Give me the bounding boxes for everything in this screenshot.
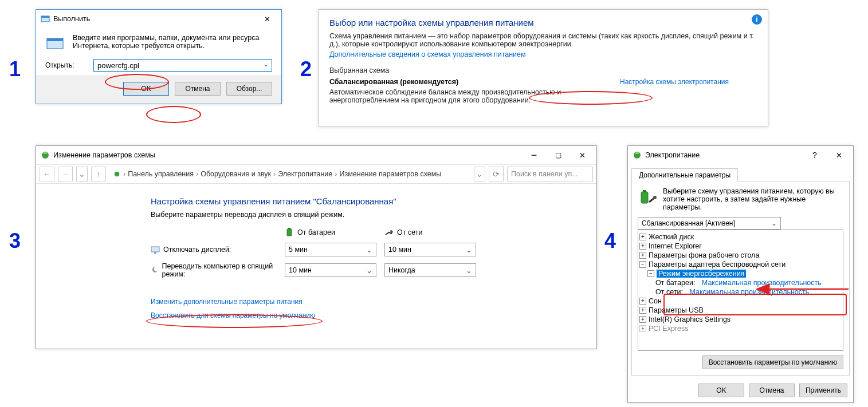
close-icon[interactable] bbox=[572, 149, 592, 161]
edit-sub: Выберите параметры перевода дисплея в сп… bbox=[151, 211, 574, 219]
close-icon[interactable] bbox=[257, 13, 277, 25]
search-input[interactable]: Поиск в панели уп... bbox=[507, 167, 593, 181]
expander-icon[interactable]: + bbox=[639, 325, 646, 332]
step-number-3: 3 bbox=[9, 229, 21, 253]
tree-battery-value[interactable]: Максимальная производительность bbox=[702, 279, 822, 287]
restore-defaults-button[interactable]: Восстановить параметры по умолчанию bbox=[702, 355, 843, 369]
browse-button[interactable]: Обзор... bbox=[226, 82, 272, 96]
display-battery-dropdown[interactable]: 5 мин bbox=[285, 243, 376, 256]
tree-gfx[interactable]: Intel(R) Graphics Settings bbox=[649, 315, 730, 323]
svg-rect-11 bbox=[154, 252, 156, 254]
row-display-label: Отключать дисплей: bbox=[151, 245, 277, 254]
settings-tree[interactable]: +Жесткий диск +Internet Explorer +Параме… bbox=[638, 230, 843, 351]
tree-pci[interactable]: PCI Express bbox=[649, 325, 688, 333]
info-icon: i bbox=[752, 14, 762, 25]
restore-defaults-link[interactable]: Восстановить для схемы параметры по умол… bbox=[151, 311, 315, 319]
tree-ac-label: От сети: bbox=[655, 288, 683, 296]
power-options-panel: i Выбор или настройка схемы управления п… bbox=[319, 9, 768, 127]
history-dropdown[interactable]: ⌄ bbox=[76, 167, 88, 181]
tree-power-mode[interactable]: Режим энергосбережения bbox=[657, 270, 746, 278]
power-plan-icon bbox=[41, 151, 50, 160]
forward-button[interactable]: → bbox=[58, 167, 73, 181]
crumb-edit-plan[interactable]: Изменение параметров схемы bbox=[339, 170, 441, 178]
step-number-2: 2 bbox=[300, 57, 312, 81]
power-description: Схема управления питанием — это набор па… bbox=[319, 32, 768, 50]
plan-settings-link[interactable]: Настройка схемы электропитания bbox=[620, 78, 729, 86]
sleep-ac-dropdown[interactable]: Никогда bbox=[384, 263, 476, 277]
tab-panel: Выберите схему управления питанием, кото… bbox=[631, 181, 850, 376]
tree-wifi[interactable]: Параметры адаптера беспроводной сети bbox=[649, 260, 785, 268]
adv-titlebar: Электропитание bbox=[628, 146, 853, 164]
svg-rect-14 bbox=[641, 192, 648, 203]
back-button[interactable]: ← bbox=[40, 167, 54, 181]
display-ac-dropdown[interactable]: 10 мин bbox=[384, 243, 476, 256]
run-command-input[interactable]: powercfg.cpl bbox=[93, 59, 272, 72]
help-icon[interactable] bbox=[805, 149, 824, 161]
cancel-button[interactable]: Отмена bbox=[749, 384, 795, 397]
advanced-power-dialog: Электропитание Дополнительные параметры … bbox=[627, 145, 854, 403]
breadcrumb-dropdown[interactable]: ⌄ bbox=[474, 167, 485, 181]
plan-select-dropdown[interactable]: Сбалансированная [Активен] bbox=[638, 217, 781, 230]
tree-ie[interactable]: Internet Explorer bbox=[649, 242, 701, 250]
tree-ac-value[interactable]: Максимальная производительность bbox=[689, 288, 809, 296]
tab-advanced[interactable]: Дополнительные параметры bbox=[631, 168, 738, 181]
apply-button[interactable]: Применить bbox=[799, 384, 847, 397]
expander-icon[interactable]: + bbox=[639, 243, 646, 250]
toolbar: ← → ⌄ ↑ Панель управления Оборудование и… bbox=[36, 165, 596, 184]
crumb-hardware[interactable]: Оборудование и звук bbox=[201, 170, 271, 178]
expander-icon[interactable]: + bbox=[639, 234, 646, 240]
tree-hdd[interactable]: Жесткий диск bbox=[649, 233, 694, 241]
tree-usb[interactable]: Параметры USB bbox=[649, 306, 704, 314]
refresh-button[interactable]: ⟳ bbox=[489, 167, 504, 181]
minimize-icon[interactable] bbox=[524, 149, 544, 161]
tree-battery-label: От батареи: bbox=[655, 279, 695, 287]
annotation-ellipse bbox=[146, 106, 201, 123]
expander-icon[interactable]: + bbox=[639, 307, 646, 314]
svg-rect-8 bbox=[288, 228, 290, 229]
col-battery: От батареи bbox=[285, 228, 376, 237]
power-icon bbox=[633, 151, 642, 160]
close-icon[interactable] bbox=[829, 149, 849, 161]
cancel-button[interactable]: Отмена bbox=[175, 82, 221, 96]
svg-rect-10 bbox=[151, 247, 159, 252]
svg-rect-7 bbox=[287, 229, 292, 236]
sleep-battery-dropdown[interactable]: 10 мин bbox=[285, 263, 376, 277]
breadcrumb-icon bbox=[113, 170, 121, 178]
ok-button[interactable]: OK bbox=[698, 384, 744, 397]
expander-icon[interactable]: + bbox=[639, 252, 646, 259]
power-more-link[interactable]: Дополнительные сведения о схемах управле… bbox=[329, 50, 526, 58]
run-prompt: Введите имя программы, папки, документа … bbox=[73, 34, 272, 50]
edit-title: Изменение параметров схемы bbox=[53, 151, 155, 159]
step-number-4: 4 bbox=[604, 229, 616, 253]
ok-button[interactable]: OK bbox=[123, 82, 169, 96]
crumb-power[interactable]: Электропитание bbox=[278, 170, 332, 178]
svg-rect-5 bbox=[44, 152, 47, 154]
expander-icon[interactable]: + bbox=[639, 316, 646, 323]
edit-plan-window: Изменение параметров схемы ← → ⌄ ↑ Панел… bbox=[36, 145, 597, 349]
edit-heading: Настройка схемы управления питанием "Сба… bbox=[151, 196, 574, 206]
advanced-settings-link[interactable]: Изменить дополнительные параметры питани… bbox=[151, 298, 303, 306]
svg-point-9 bbox=[390, 230, 392, 232]
run-titlebar: Выполнить bbox=[36, 10, 281, 28]
plug-icon bbox=[384, 228, 394, 237]
breadcrumb[interactable]: Панель управления Оборудование и звук Эл… bbox=[109, 167, 470, 181]
display-icon bbox=[151, 245, 160, 254]
run-icon bbox=[41, 14, 50, 23]
svg-rect-15 bbox=[643, 190, 646, 192]
plan-name: Сбалансированная (рекомендуется) bbox=[329, 78, 597, 86]
crumb-control-panel[interactable]: Панель управления bbox=[128, 170, 194, 178]
row-sleep-label: Переводить компьютер в спящий режим: bbox=[151, 262, 277, 278]
run-command-text: powercfg.cpl bbox=[97, 61, 139, 70]
run-app-icon bbox=[45, 34, 65, 53]
run-open-label: Открыть: bbox=[45, 61, 85, 69]
svg-rect-13 bbox=[635, 152, 639, 154]
tree-sleep[interactable]: Сон bbox=[649, 297, 662, 305]
expander-icon[interactable]: − bbox=[647, 270, 654, 277]
expander-icon[interactable]: + bbox=[639, 298, 646, 305]
power-heading: Выбор или настройка схемы управления пит… bbox=[319, 10, 768, 32]
tree-wallpaper[interactable]: Параметры фона рабочего стола bbox=[649, 251, 759, 259]
maximize-icon[interactable] bbox=[548, 149, 568, 161]
battery-plug-icon bbox=[638, 187, 657, 207]
up-button[interactable]: ↑ bbox=[91, 167, 106, 181]
expander-icon[interactable]: − bbox=[639, 261, 646, 268]
